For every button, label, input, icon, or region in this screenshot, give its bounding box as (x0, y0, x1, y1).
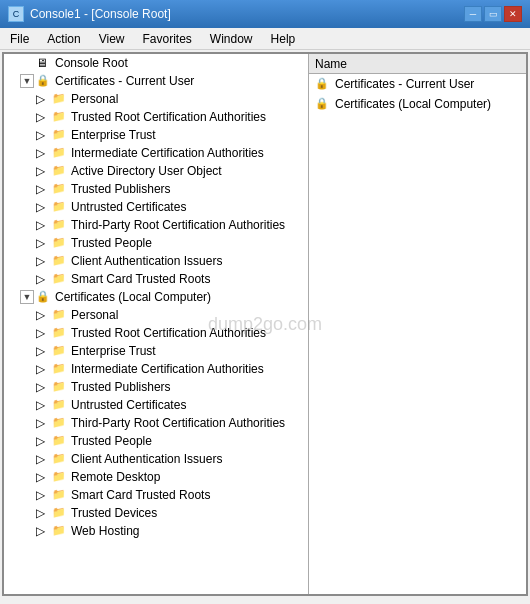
expand-placeholder: ▷ (36, 236, 50, 250)
restore-button[interactable]: ▭ (484, 6, 502, 22)
right-item-label: Certificates - Current User (335, 77, 474, 91)
expand-placeholder: ▷ (36, 380, 50, 394)
tree-local-computer-child[interactable]: ▷ 📁 Remote Desktop (4, 468, 308, 486)
menu-item-view[interactable]: View (91, 29, 133, 49)
expand-placeholder: ▷ (36, 416, 50, 430)
tree-current-user-child[interactable]: ▷ 📁 Third-Party Root Certification Autho… (4, 216, 308, 234)
tree-child-label: Untrusted Certificates (71, 200, 186, 214)
tree-child-label: Personal (71, 92, 118, 106)
tree-child-label: Remote Desktop (71, 470, 160, 484)
tree-child-label: Client Authentication Issuers (71, 254, 222, 268)
tree-child-label: Third-Party Root Certification Authoriti… (71, 218, 285, 232)
title-bar: C Console1 - [Console Root] ─ ▭ ✕ (0, 0, 530, 28)
folder-icon: 📁 (52, 344, 68, 358)
expand-placeholder: ▷ (36, 146, 50, 160)
tree-local-computer-child[interactable]: ▷ 📁 Intermediate Certification Authoriti… (4, 360, 308, 378)
folder-icon: 📁 (52, 326, 68, 340)
tree-current-user-child[interactable]: ▷ 📁 Smart Card Trusted Roots (4, 270, 308, 288)
tree-local-computer-child[interactable]: ▷ 📁 Trusted Devices (4, 504, 308, 522)
tree-child-label: Enterprise Trust (71, 128, 156, 142)
expand-local-computer[interactable]: ▼ (20, 290, 34, 304)
folder-icon: 📁 (52, 506, 68, 520)
expand-placeholder: ▷ (36, 128, 50, 142)
expand-current-user[interactable]: ▼ (20, 74, 34, 88)
right-pane-item[interactable]: 🔒 Certificates (Local Computer) (309, 94, 526, 114)
tree-current-user-child[interactable]: ▷ 📁 Client Authentication Issuers (4, 252, 308, 270)
folder-icon: 📁 (52, 416, 68, 430)
tree-root-node[interactable]: 🖥 Console Root (4, 54, 308, 72)
tree-child-label: Third-Party Root Certification Authoriti… (71, 416, 285, 430)
folder-icon: 📁 (52, 164, 68, 178)
tree-local-computer-child[interactable]: ▷ 📁 Untrusted Certificates (4, 396, 308, 414)
tree-child-label: Client Authentication Issuers (71, 452, 222, 466)
tree-current-user-node[interactable]: ▼ 🔒 Certificates - Current User (4, 72, 308, 90)
right-pane-item[interactable]: 🔒 Certificates - Current User (309, 74, 526, 94)
expand-placeholder: ▷ (36, 272, 50, 286)
tree-child-label: Trusted Root Certification Authorities (71, 110, 266, 124)
expand-placeholder: ▷ (36, 110, 50, 124)
tree-current-user-child[interactable]: ▷ 📁 Intermediate Certification Authoriti… (4, 144, 308, 162)
tree-child-label: Trusted Publishers (71, 380, 171, 394)
tree-current-user-child[interactable]: ▷ 📁 Enterprise Trust (4, 126, 308, 144)
tree-child-label: Smart Card Trusted Roots (71, 272, 210, 286)
tree-local-computer-child[interactable]: ▷ 📁 Smart Card Trusted Roots (4, 486, 308, 504)
folder-icon: 📁 (52, 200, 68, 214)
right-item-label: Certificates (Local Computer) (335, 97, 491, 111)
menu-item-window[interactable]: Window (202, 29, 261, 49)
folder-icon: 📁 (52, 236, 68, 250)
folder-icon: 📁 (52, 92, 68, 106)
minimize-button[interactable]: ─ (464, 6, 482, 22)
folder-icon: 📁 (52, 362, 68, 376)
folder-icon: 📁 (52, 308, 68, 322)
expand-placeholder: ▷ (36, 362, 50, 376)
expand-placeholder: ▷ (36, 470, 50, 484)
tree-child-label: Personal (71, 308, 118, 322)
tree-local-computer-label: Certificates (Local Computer) (55, 290, 211, 304)
folder-icon: 📁 (52, 254, 68, 268)
tree-child-label: Web Hosting (71, 524, 139, 538)
folder-icon: 📁 (52, 182, 68, 196)
tree-child-label: Trusted People (71, 434, 152, 448)
tree-local-computer-child[interactable]: ▷ 📁 Trusted Root Certification Authoriti… (4, 324, 308, 342)
folder-icon: 📁 (52, 218, 68, 232)
menu-item-action[interactable]: Action (39, 29, 88, 49)
folder-icon: 📁 (52, 128, 68, 142)
tree-current-user-child[interactable]: ▷ 📁 Untrusted Certificates (4, 198, 308, 216)
window-body: 🖥 Console Root ▼ 🔒 Certificates - Curren… (2, 52, 528, 596)
tree-local-computer-child[interactable]: ▷ 📁 Web Hosting (4, 522, 308, 540)
expand-placeholder: ▷ (36, 452, 50, 466)
current-user-children: ▷ 📁 Personal ▷ 📁 Trusted Root Certificat… (4, 90, 308, 288)
menu-bar: File Action View Favorites Window Help (0, 28, 530, 50)
tree-current-user-child[interactable]: ▷ 📁 Personal (4, 90, 308, 108)
expand-placeholder: ▷ (36, 182, 50, 196)
tree-current-user-child[interactable]: ▷ 📁 Active Directory User Object (4, 162, 308, 180)
folder-icon: 📁 (52, 110, 68, 124)
expand-placeholder: ▷ (36, 308, 50, 322)
menu-item-favorites[interactable]: Favorites (135, 29, 200, 49)
tree-current-user-child[interactable]: ▷ 📁 Trusted People (4, 234, 308, 252)
tree-child-label: Trusted Root Certification Authorities (71, 326, 266, 340)
tree-local-computer-child[interactable]: ▷ 📁 Third-Party Root Certification Autho… (4, 414, 308, 432)
expand-placeholder: ▷ (36, 524, 50, 538)
tree-current-user-child[interactable]: ▷ 📁 Trusted Root Certification Authoriti… (4, 108, 308, 126)
tree-current-user-child[interactable]: ▷ 📁 Trusted Publishers (4, 180, 308, 198)
expand-placeholder: ▷ (36, 506, 50, 520)
tree-local-computer-node[interactable]: ▼ 🔒 Certificates (Local Computer) (4, 288, 308, 306)
cert-icon: 🔒 (315, 77, 331, 91)
tree-current-user-label: Certificates - Current User (55, 74, 194, 88)
tree-local-computer-child[interactable]: ▷ 📁 Trusted People (4, 432, 308, 450)
menu-item-file[interactable]: File (2, 29, 37, 49)
tree-local-computer-child[interactable]: ▷ 📁 Personal (4, 306, 308, 324)
tree-local-computer-child[interactable]: ▷ 📁 Client Authentication Issuers (4, 450, 308, 468)
menu-item-help[interactable]: Help (263, 29, 304, 49)
tree-local-computer-child[interactable]: ▷ 📁 Enterprise Trust (4, 342, 308, 360)
tree-local-computer-child[interactable]: ▷ 📁 Trusted Publishers (4, 378, 308, 396)
tree-child-label: Trusted Devices (71, 506, 157, 520)
cert-icon-local-computer: 🔒 (36, 290, 52, 304)
expand-placeholder: ▷ (36, 488, 50, 502)
right-items: 🔒 Certificates - Current User 🔒 Certific… (309, 74, 526, 114)
close-button[interactable]: ✕ (504, 6, 522, 22)
tree-child-label: Trusted People (71, 236, 152, 250)
tree-child-label: Untrusted Certificates (71, 398, 186, 412)
folder-icon: 📁 (52, 380, 68, 394)
